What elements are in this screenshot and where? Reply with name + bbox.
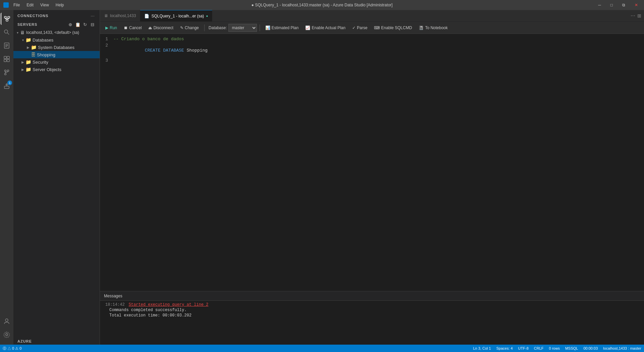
menu-help[interactable]: Help bbox=[53, 2, 67, 8]
security-label: Security bbox=[33, 60, 48, 65]
cancel-label: Cancel bbox=[129, 25, 142, 30]
activity-notebook[interactable] bbox=[1, 40, 13, 52]
activity-bar: 1 bbox=[0, 10, 13, 345]
keyword-create-database: CREATE DATABASE bbox=[145, 48, 184, 53]
tab-localhost[interactable]: 🖥 localhost,1433 bbox=[100, 10, 140, 21]
run-label: Run bbox=[110, 25, 117, 30]
security-folder-icon: 📁 bbox=[25, 59, 31, 65]
menu-file[interactable]: File bbox=[11, 2, 22, 8]
activity-connections[interactable] bbox=[1, 13, 13, 25]
line-number-1: 1 bbox=[100, 37, 113, 42]
database-label: Database: bbox=[209, 25, 227, 30]
settings-icon[interactable] bbox=[1, 329, 13, 341]
window-controls: ─ □ ⧉ ✕ bbox=[595, 2, 641, 8]
status-rows[interactable]: 0 rows bbox=[549, 346, 560, 350]
line-3-content bbox=[113, 58, 116, 63]
server-arrow: ▾ bbox=[15, 31, 20, 35]
tab-overflow-button[interactable]: ⋯ bbox=[631, 13, 635, 18]
messages-content: 18:14:42 Started executing query at line… bbox=[100, 301, 644, 319]
change-button[interactable]: ✎ Change bbox=[177, 24, 202, 31]
system-databases-item[interactable]: ▶ 📁 System Databases bbox=[13, 44, 100, 51]
message-text-2: Commands completed successfully. bbox=[109, 308, 186, 312]
restore-button[interactable]: □ bbox=[608, 2, 615, 8]
enable-actual-plan-button[interactable]: 📈 Enable Actual Plan bbox=[303, 24, 348, 31]
status-connection[interactable]: localhost,1433 : master bbox=[603, 346, 641, 350]
server-objects-item[interactable]: ▶ 📁 Server Objects bbox=[13, 66, 100, 73]
title-bar: File Edit View Help ● SQLQuery_1 - local… bbox=[0, 0, 644, 10]
tab-layout-button[interactable]: ⊞ bbox=[637, 13, 641, 18]
activity-source-control[interactable] bbox=[1, 66, 13, 78]
svg-point-23 bbox=[6, 334, 8, 336]
svg-rect-2 bbox=[6, 19, 8, 21]
run-icon: ▶ bbox=[105, 25, 108, 30]
messages-header: Messages bbox=[100, 291, 644, 301]
change-label: Change bbox=[185, 25, 199, 30]
run-button[interactable]: ▶ Run bbox=[103, 24, 120, 31]
tab-localhost-label: localhost,1433 bbox=[110, 13, 136, 18]
status-eol[interactable]: CRLF bbox=[534, 346, 544, 350]
add-connection-button[interactable]: 📋 bbox=[75, 21, 81, 27]
svg-point-7 bbox=[4, 30, 8, 33]
security-item[interactable]: ▶ 📁 Security bbox=[13, 58, 100, 66]
cancel-button[interactable]: ⏹ Cancel bbox=[121, 24, 144, 31]
enable-sqlcmd-button[interactable]: ⌨ Enable SQLCMD bbox=[371, 24, 415, 31]
server-objects-folder-icon: 📁 bbox=[25, 67, 31, 72]
minimize-button[interactable]: ─ bbox=[595, 2, 604, 8]
activity-extensions2[interactable]: 1 bbox=[1, 80, 13, 92]
disconnect-button[interactable]: ⏏ Disconnect bbox=[146, 24, 176, 31]
menu-view[interactable]: View bbox=[38, 2, 52, 8]
databases-item[interactable]: ▾ 📁 Databases bbox=[13, 36, 100, 44]
svg-rect-15 bbox=[4, 59, 6, 62]
message-time-1: 18:14:42 bbox=[105, 302, 125, 307]
svg-point-19 bbox=[5, 73, 6, 75]
sidebar-actions: ··· bbox=[90, 13, 96, 19]
tab-sqlquery-label: SQLQuery_1 - localh...er (sa) bbox=[151, 14, 204, 18]
editor[interactable]: 1 -- Criando o banco de dados 2 CREATE D… bbox=[100, 34, 644, 291]
new-connection-button[interactable]: ⊕ bbox=[67, 21, 73, 27]
parse-button[interactable]: ✓ Parse bbox=[350, 24, 370, 31]
server-objects-arrow: ▶ bbox=[20, 68, 25, 71]
status-encoding[interactable]: UTF-8 bbox=[518, 346, 529, 350]
status-spaces[interactable]: Spaces: 4 bbox=[496, 346, 513, 350]
to-notebook-button[interactable]: 📓 To Notebook bbox=[416, 24, 450, 31]
status-mssql[interactable]: MSSQL bbox=[565, 346, 578, 350]
collapse-button[interactable]: ⊟ bbox=[90, 21, 96, 27]
identifier-shopping: Shopping bbox=[184, 48, 208, 53]
menu-edit[interactable]: Edit bbox=[24, 2, 36, 8]
server-item[interactable]: ▾ 🖥 localhost,1433, <default> (sa) bbox=[13, 29, 100, 36]
tab-sqlquery[interactable]: 📄 SQLQuery_1 - localh...er (sa) ● bbox=[140, 10, 212, 21]
svg-rect-0 bbox=[4, 16, 6, 18]
activity-extensions[interactable] bbox=[1, 53, 13, 65]
tab-sqlquery-icon: 📄 bbox=[144, 14, 149, 18]
toolbar: ▶ Run ⏹ Cancel ⏏ Disconnect ✎ Change Dat… bbox=[100, 22, 644, 34]
tab-bar: 🖥 localhost,1433 📄 SQLQuery_1 - localh..… bbox=[100, 10, 644, 22]
line-number-3: 3 bbox=[100, 58, 113, 63]
enable-sqlcmd-label: Enable SQLCMD bbox=[381, 25, 412, 30]
messages-label: Messages bbox=[104, 294, 122, 298]
message-text-3: Total execution time: 00:00:03.202 bbox=[109, 313, 192, 318]
database-select[interactable]: master Shopping tempdb bbox=[228, 24, 257, 32]
sidebar: CONNECTIONS ··· SERVERS ⊕ 📋 ↻ ⊟ ▾ 🖥 loca… bbox=[13, 10, 100, 345]
close-button[interactable]: ✕ bbox=[632, 2, 641, 8]
tab-dirty-indicator: ● bbox=[206, 14, 208, 18]
refresh-button[interactable]: ↻ bbox=[82, 21, 88, 27]
status-cursor[interactable]: Ln 3, Col 1 bbox=[473, 346, 491, 350]
activity-search[interactable] bbox=[1, 26, 13, 38]
editor-area: 1 -- Criando o banco de dados 2 CREATE D… bbox=[100, 34, 644, 345]
sidebar-more-button[interactable]: ··· bbox=[90, 13, 96, 19]
system-databases-arrow: ▶ bbox=[25, 46, 31, 49]
status-git-icon[interactable]: ⓪ △ 0 ⚠ 0 bbox=[3, 346, 21, 351]
messages-panel: Messages 18:14:42 Started executing quer… bbox=[100, 291, 644, 345]
message-link-1[interactable]: Started executing query at line 2 bbox=[129, 302, 209, 307]
account-icon[interactable] bbox=[1, 315, 13, 327]
line-number-2: 2 bbox=[100, 43, 113, 48]
estimated-plan-button[interactable]: 📊 Estimated Plan bbox=[263, 24, 302, 31]
server-icon: 🖥 bbox=[20, 30, 25, 35]
servers-header: SERVERS ⊕ 📋 ↻ ⊟ bbox=[13, 20, 100, 29]
svg-rect-16 bbox=[7, 59, 9, 62]
maximize-button[interactable]: ⧉ bbox=[620, 2, 628, 8]
shopping-db-item[interactable]: 🗄 Shopping bbox=[13, 51, 100, 58]
status-time[interactable]: 00:00:03 bbox=[583, 346, 598, 350]
servers-actions: ⊕ 📋 ↻ ⊟ bbox=[67, 21, 96, 27]
window-title: ● SQLQuery_1 - localhost,1433:master (sa… bbox=[252, 3, 393, 7]
